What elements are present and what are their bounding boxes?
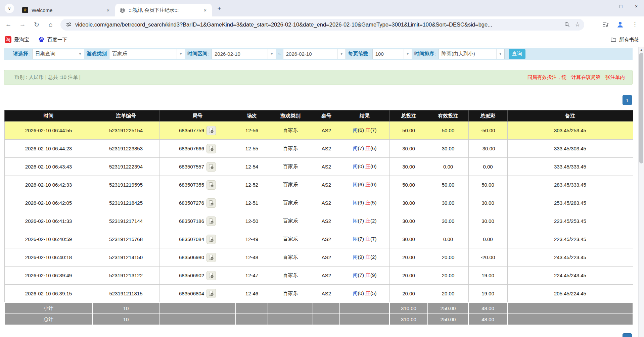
media-controls-icon[interactable]	[600, 19, 611, 30]
video-replay-button[interactable]	[206, 162, 216, 172]
bet-id-cell: 523191225154	[93, 122, 159, 140]
result-score: (0)	[358, 290, 366, 296]
footer-empty-cell	[313, 303, 340, 314]
all-bookmarks[interactable]: 所有书签	[605, 36, 639, 43]
tab-close-icon[interactable]: ×	[105, 7, 111, 13]
chevron-down-icon: ▾	[404, 49, 412, 59]
tab-search-button[interactable]: ∨	[5, 4, 14, 13]
footer-empty-cell	[507, 314, 633, 325]
game-type-select[interactable]: 百家乐 ▾	[109, 49, 185, 59]
vertical-scrollbar[interactable]: ▲	[638, 47, 644, 337]
video-replay-button[interactable]	[206, 198, 216, 208]
result-banker: 庄	[365, 254, 370, 260]
table-row: 2026-02-10 06:43:43523191222394683507557…	[4, 158, 633, 176]
video-replay-button[interactable]	[206, 271, 216, 280]
summary-bar: 币别 : 人民币 | 总共 :10 注单 | 同局有效投注，统一计算在该局第一张…	[4, 70, 633, 85]
new-tab-button[interactable]: +	[215, 4, 224, 13]
footer-count-cell: 10	[93, 314, 159, 325]
footer-payout-cell: 48.00	[468, 303, 507, 314]
query-type-select[interactable]: 日期查询 ▾	[32, 49, 84, 59]
globe-icon	[119, 7, 125, 13]
video-replay-button[interactable]	[206, 253, 216, 262]
video-replay-button[interactable]	[206, 289, 216, 298]
round-cell: 683507084	[159, 230, 236, 248]
round-number: 683507084	[179, 236, 204, 242]
session-cell: 12-50	[236, 212, 268, 230]
result-player: 闲	[353, 182, 358, 187]
time-cell: 2026-02-10 06:40:18	[4, 248, 93, 267]
bookmark-label: 百度一下	[47, 37, 67, 43]
video-replay-button[interactable]	[206, 144, 216, 153]
table-row: 2026-02-10 06:39:49523191213122683506902…	[4, 267, 633, 285]
scrollbar-thumb[interactable]	[639, 53, 643, 163]
round-cell: 683507276	[159, 194, 236, 212]
footer-empty-cell	[159, 314, 236, 325]
window-controls: — □ ×	[598, 0, 644, 13]
video-replay-button[interactable]	[206, 126, 216, 135]
total-bet-cell: 30.00	[389, 140, 428, 158]
url-text[interactable]: videoie.com/game/betrecord_search/kind3?…	[75, 21, 559, 28]
tab-bet-record[interactable]: :::视讯 会员下注纪录::: ×	[115, 4, 212, 16]
date-start-select[interactable]: 2026-02-10 ▾	[212, 49, 276, 59]
result-cell: 闲(7) 庄(7)	[340, 230, 389, 248]
forward-button[interactable]: →	[17, 19, 28, 30]
result-score: (2)	[370, 254, 376, 260]
result-player: 闲	[353, 163, 358, 169]
time-cell: 2026-02-10 06:44:23	[4, 140, 93, 158]
result-player: 闲	[353, 145, 358, 151]
game-type-cell: 百家乐	[268, 194, 313, 212]
column-header-4: 游戏类别	[268, 110, 313, 122]
video-replay-button[interactable]	[206, 216, 216, 226]
payout-cell: 30.00	[468, 194, 507, 212]
maximize-button[interactable]: □	[613, 0, 629, 13]
total-bet-cell: 30.00	[389, 194, 428, 212]
bet-id-cell: 523191218425	[93, 194, 159, 212]
column-header-10: 备注	[507, 110, 633, 122]
round-number: 683507557	[179, 164, 204, 170]
tab-close-icon[interactable]: ×	[202, 7, 209, 13]
round-number: 683507355	[179, 182, 204, 188]
filter-bar: 请选择: 日期查询 ▾ 游戏类别 百家乐 ▾ 时间区间: 2026-02-10 …	[4, 48, 633, 60]
minimize-button[interactable]: —	[598, 0, 613, 13]
payout-cell: 30.00	[468, 212, 507, 230]
scroll-up-arrow-icon[interactable]: ▲	[639, 48, 644, 51]
date-end-select[interactable]: 2026-02-10 ▾	[283, 49, 346, 59]
close-button[interactable]: ×	[629, 0, 644, 13]
address-bar[interactable]: videoie.com/game/betrecord_search/kind3?…	[60, 19, 584, 31]
bet-id-cell: 523191211815	[93, 285, 159, 303]
result-score: (9)	[358, 200, 366, 205]
video-replay-button[interactable]	[206, 235, 216, 244]
session-cell: 12-48	[236, 248, 268, 267]
reload-button[interactable]: ↻	[31, 19, 42, 30]
note-cell: 283.45/333.45	[507, 176, 633, 194]
tab-title: :::视讯 会员下注纪录:::	[129, 7, 202, 13]
table-no-cell: AS2	[313, 194, 340, 212]
search-button[interactable]: 查询	[509, 49, 525, 59]
bookmark-aitaobao[interactable]: 淘 爱淘宝	[5, 36, 29, 43]
video-replay-button[interactable]	[206, 180, 216, 190]
column-header-9: 总派彩	[468, 110, 507, 122]
menu-dots-icon[interactable]: ⋮	[629, 19, 641, 30]
sort-select[interactable]: 降冪(由大到小) ▾	[439, 49, 505, 59]
valid-bet-notice: 同局有效投注，统一计算在该局第一张注单内	[527, 74, 625, 81]
bookmark-star-icon[interactable]: ☆	[575, 21, 580, 28]
table-no-cell: AS2	[313, 267, 340, 285]
page-button-1-top[interactable]: 1	[623, 95, 632, 105]
game-type-cell: 百家乐	[268, 267, 313, 285]
result-banker: 庄	[365, 145, 370, 151]
page-button-1-bottom[interactable]: 1	[623, 333, 632, 337]
per-page-select[interactable]: 100 ▾	[372, 49, 412, 59]
session-cell: 12-54	[236, 158, 268, 176]
tab-welcome[interactable]: ♛ Welcome ×	[18, 4, 115, 16]
zoom-icon[interactable]	[564, 21, 570, 28]
back-button[interactable]: ←	[3, 19, 14, 30]
bookmark-baidu[interactable]: 百度一下	[38, 36, 67, 43]
result-score: (7)	[358, 218, 366, 224]
time-cell: 2026-02-10 06:42:05	[4, 194, 93, 212]
profile-avatar-icon[interactable]	[614, 19, 626, 30]
round-number: 683507759	[179, 128, 204, 133]
home-button[interactable]: ⌂	[45, 19, 56, 30]
round-cell: 683507759	[159, 122, 236, 140]
site-settings-icon[interactable]	[66, 21, 72, 28]
game-type-cell: 百家乐	[268, 122, 313, 140]
